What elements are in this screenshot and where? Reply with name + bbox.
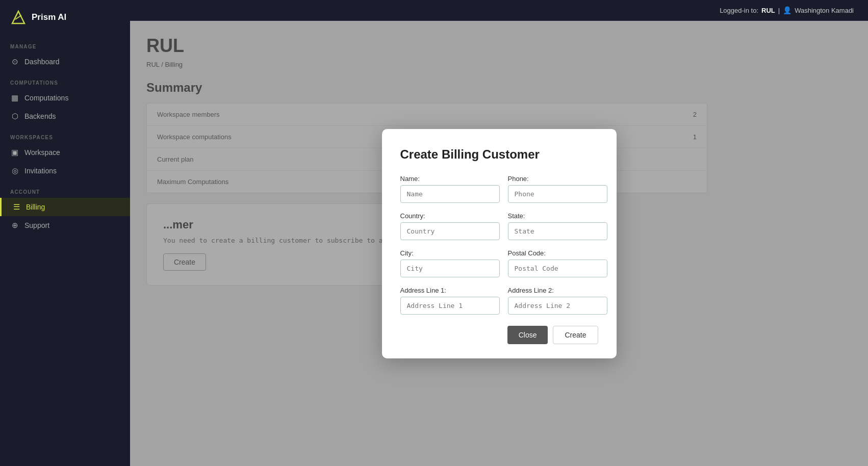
sidebar-item-label-workspace: Workspace <box>24 148 60 157</box>
logo-icon <box>10 9 27 25</box>
sidebar-item-label-backends: Backends <box>24 112 56 120</box>
postal-label: Postal Code: <box>508 249 607 257</box>
sidebar-item-workspace[interactable]: ▣ Workspace <box>0 143 130 162</box>
city-group: City: <box>400 249 500 277</box>
sidebar-item-backends[interactable]: ⬡ Backends <box>0 107 130 125</box>
close-button[interactable]: Close <box>507 326 548 344</box>
phone-label: Phone: <box>508 175 607 183</box>
create-billing-modal: Create Billing Customer Name: Phone: <box>382 129 617 358</box>
topbar: Logged-in to: RUL | 👤 Washington Kamadi <box>130 0 868 21</box>
topbar-user: Washington Kamadi <box>795 7 854 14</box>
addr2-label: Address Line 2: <box>508 287 607 294</box>
phone-input[interactable] <box>508 185 607 203</box>
name-phone-row: Name: Phone: <box>400 175 598 203</box>
address-row: Address Line 1: Address Line 2: <box>400 287 598 315</box>
name-group: Name: <box>400 175 500 203</box>
sidebar-item-label-dashboard: Dashboard <box>24 58 60 66</box>
logged-in-label: Logged-in to: <box>720 7 758 14</box>
state-label: State: <box>508 212 607 220</box>
topbar-separator: | <box>778 7 780 14</box>
name-input[interactable] <box>400 185 500 203</box>
sidebar-item-label-support: Support <box>24 221 49 229</box>
phone-group: Phone: <box>508 175 607 203</box>
sidebar-item-label-computations: Computations <box>24 94 68 102</box>
modal-title: Create Billing Customer <box>400 147 598 162</box>
sidebar-item-computations[interactable]: ▦ Computations <box>0 89 130 107</box>
sidebar-item-dashboard[interactable]: ⊙ Dashboard <box>0 53 130 71</box>
country-input[interactable] <box>400 222 500 240</box>
backends-icon: ⬡ <box>10 112 19 121</box>
computations-icon: ▦ <box>10 93 19 102</box>
manage-section-label: MANAGE <box>0 35 130 53</box>
sidebar: Prism AI MANAGE ⊙ Dashboard COMPUTATIONS… <box>0 0 130 466</box>
sidebar-item-label-invitations: Invitations <box>24 167 57 175</box>
support-icon: ⊕ <box>10 221 19 230</box>
sidebar-item-invitations[interactable]: ◎ Invitations <box>0 162 130 180</box>
country-state-row: Country: State: <box>400 212 598 240</box>
postal-group: Postal Code: <box>508 249 607 277</box>
workspaces-section-label: WORKSPACES <box>0 125 130 143</box>
addr1-group: Address Line 1: <box>400 287 500 315</box>
addr2-input[interactable] <box>508 297 607 315</box>
workspace-icon: ▣ <box>10 148 19 157</box>
addr1-label: Address Line 1: <box>400 287 500 294</box>
modal-overlay: Create Billing Customer Name: Phone: <box>130 21 868 466</box>
modal-footer: Close Create <box>400 326 598 344</box>
city-postal-row: City: Postal Code: <box>400 249 598 277</box>
addr2-group: Address Line 2: <box>508 287 607 315</box>
invitations-icon: ◎ <box>10 166 19 175</box>
sidebar-item-label-billing: Billing <box>26 203 45 211</box>
addr1-input[interactable] <box>400 297 500 315</box>
city-label: City: <box>400 249 500 257</box>
modal-create-button[interactable]: Create <box>553 326 598 344</box>
billing-icon: ☰ <box>12 202 21 212</box>
name-label: Name: <box>400 175 500 183</box>
state-input[interactable] <box>508 222 607 240</box>
country-label: Country: <box>400 212 500 220</box>
dashboard-icon: ⊙ <box>10 57 19 66</box>
page-content: RUL RUL / Billing Summary Workspace memb… <box>130 21 868 466</box>
city-input[interactable] <box>400 260 500 277</box>
sidebar-item-support[interactable]: ⊕ Support <box>0 216 130 235</box>
app-logo[interactable]: Prism AI <box>0 0 130 35</box>
app-name: Prism AI <box>32 12 66 22</box>
user-icon: 👤 <box>783 6 792 14</box>
computations-section-label: COMPUTATIONS <box>0 71 130 89</box>
postal-input[interactable] <box>508 260 607 277</box>
main-area: Logged-in to: RUL | 👤 Washington Kamadi … <box>130 0 868 466</box>
sidebar-item-billing[interactable]: ☰ Billing <box>0 198 130 216</box>
account-section-label: ACCOUNT <box>0 180 130 198</box>
topbar-workspace: RUL <box>761 7 775 14</box>
state-group: State: <box>508 212 607 240</box>
country-group: Country: <box>400 212 500 240</box>
